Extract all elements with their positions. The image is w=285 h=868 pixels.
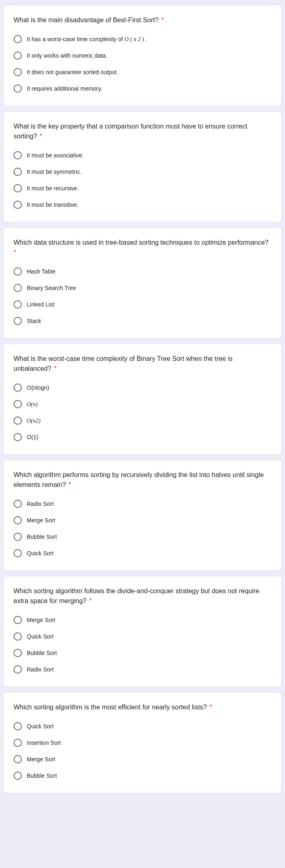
- radio-option[interactable]: It does not guarantee sorted output.: [14, 65, 271, 80]
- radio-option[interactable]: It has a worst-case time complexity of O…: [14, 32, 271, 47]
- radio-option[interactable]: Merge Sort: [14, 513, 271, 528]
- radio-option[interactable]: Quick Sort: [14, 719, 271, 734]
- radio-option[interactable]: O(nlogn): [14, 380, 271, 395]
- option-text-pre: O(nlogn): [27, 384, 49, 391]
- option-label: It has a worst-case time complexity of O…: [27, 35, 147, 44]
- option-text-pre: Quick Sort: [27, 633, 54, 640]
- option-text-pre: Merge Sort: [27, 517, 55, 524]
- radio-option[interactable]: Stack: [14, 314, 271, 328]
- radio-icon[interactable]: [14, 500, 22, 508]
- question-card: Which algorithm performs sorting by recu…: [3, 460, 282, 571]
- required-marker: *: [159, 16, 164, 23]
- radio-option[interactable]: O(n): [14, 397, 271, 412]
- option-label: O(1): [27, 433, 38, 441]
- radio-icon[interactable]: [14, 772, 22, 780]
- question-text: Which data structure is used in tree-bas…: [14, 238, 271, 257]
- option-label: It must be associative.: [27, 151, 84, 159]
- radio-option[interactable]: It only works with numeric data.: [14, 48, 271, 63]
- radio-option[interactable]: It must be transitive.: [14, 197, 271, 212]
- question-label: Which data structure is used in tree-bas…: [14, 239, 269, 246]
- question-text: Which algorithm performs sorting by recu…: [14, 470, 271, 490]
- option-text-pre: Hash Table: [27, 268, 56, 275]
- radio-icon[interactable]: [14, 616, 22, 624]
- question-card: Which sorting algorithm follows the divi…: [3, 576, 282, 687]
- option-label: It does not guarantee sorted output.: [27, 68, 118, 76]
- option-label: Bubble Sort: [27, 772, 57, 780]
- radio-option[interactable]: It must be recursive.: [14, 181, 271, 196]
- options-group: Radix SortMerge SortBubble SortQuick Sor…: [14, 496, 271, 561]
- radio-option[interactable]: Quick Sort: [14, 546, 271, 561]
- option-label: Insertion Sort: [27, 739, 61, 747]
- radio-icon[interactable]: [14, 384, 22, 392]
- radio-option[interactable]: Merge Sort: [14, 613, 271, 627]
- radio-icon[interactable]: [14, 400, 22, 408]
- option-text-pre: Binary Search Tree: [27, 285, 76, 291]
- radio-icon[interactable]: [14, 151, 22, 159]
- option-label: Quick Sort: [27, 632, 54, 641]
- required-marker: *: [67, 481, 71, 488]
- option-text-styled: O ( n 2 ): [124, 36, 144, 42]
- radio-option[interactable]: O(1): [14, 430, 271, 445]
- option-text-post: .: [144, 36, 147, 42]
- options-group: O(nlogn)O(n)O(n2)O(1): [14, 380, 271, 445]
- radio-icon[interactable]: [14, 267, 22, 276]
- radio-icon[interactable]: [14, 433, 22, 441]
- radio-option[interactable]: Bubble Sort: [14, 529, 271, 544]
- radio-option[interactable]: It must be symmetric.: [14, 164, 271, 179]
- radio-icon[interactable]: [14, 317, 22, 325]
- radio-option[interactable]: Bubble Sort: [14, 646, 271, 660]
- question-card: Which data structure is used in tree-bas…: [3, 227, 282, 339]
- radio-option[interactable]: Merge Sort: [14, 752, 271, 767]
- radio-icon[interactable]: [14, 516, 22, 524]
- radio-icon[interactable]: [14, 35, 22, 43]
- radio-icon[interactable]: [14, 755, 22, 763]
- radio-option[interactable]: O(n2): [14, 413, 271, 428]
- radio-icon[interactable]: [14, 201, 22, 209]
- options-group: Hash TableBinary Search TreeLinked ListS…: [14, 264, 271, 328]
- option-text-pre: Quick Sort: [27, 550, 54, 557]
- radio-icon[interactable]: [14, 284, 22, 292]
- radio-option[interactable]: Insertion Sort: [14, 735, 271, 750]
- option-label: Bubble Sort: [27, 533, 57, 541]
- radio-icon[interactable]: [14, 300, 22, 309]
- radio-icon[interactable]: [14, 184, 22, 192]
- radio-option[interactable]: Binary Search Tree: [14, 281, 271, 295]
- required-marker: *: [38, 133, 42, 140]
- option-text-pre: Radix Sort: [27, 501, 54, 507]
- question-label: What is the worst-case time complexity o…: [14, 355, 233, 372]
- option-text-pre: Linked List: [27, 301, 54, 308]
- radio-option[interactable]: Linked List: [14, 297, 271, 312]
- radio-icon[interactable]: [14, 51, 22, 60]
- option-label: Linked List: [27, 300, 54, 309]
- radio-icon[interactable]: [14, 533, 22, 541]
- question-label: Which sorting algorithm follows the divi…: [14, 587, 259, 604]
- option-text-pre: Quick Sort: [27, 723, 54, 730]
- radio-option[interactable]: It must be associative.: [14, 148, 271, 163]
- radio-icon[interactable]: [14, 168, 22, 176]
- radio-icon[interactable]: [14, 549, 22, 557]
- radio-option[interactable]: It requires additional memory.: [14, 81, 271, 96]
- option-label: It requires additional memory.: [27, 84, 102, 93]
- radio-icon[interactable]: [14, 739, 22, 747]
- radio-icon[interactable]: [14, 649, 22, 657]
- radio-option[interactable]: Quick Sort: [14, 629, 271, 644]
- option-label: Hash Table: [27, 267, 56, 276]
- radio-icon[interactable]: [14, 84, 22, 93]
- question-text: What is the main disadvantage of Best-Fi…: [14, 15, 271, 25]
- question-label: Which algorithm performs sorting by recu…: [14, 471, 264, 488]
- option-label: Binary Search Tree: [27, 284, 76, 292]
- radio-option[interactable]: Radix Sort: [14, 662, 271, 677]
- option-label: Stack: [27, 317, 41, 325]
- option-text-pre: Insertion Sort: [27, 739, 61, 746]
- radio-icon[interactable]: [14, 665, 22, 674]
- radio-option[interactable]: Radix Sort: [14, 496, 271, 511]
- radio-option[interactable]: Hash Table: [14, 264, 271, 279]
- radio-icon[interactable]: [14, 632, 22, 641]
- radio-icon[interactable]: [14, 68, 22, 76]
- radio-icon[interactable]: [14, 416, 22, 425]
- option-label: O(n): [27, 400, 37, 409]
- option-text-pre: It must be recursive.: [27, 185, 79, 192]
- radio-icon[interactable]: [14, 722, 22, 730]
- question-label: What is the key property that a comparis…: [14, 123, 247, 140]
- radio-option[interactable]: Bubble Sort: [14, 768, 271, 783]
